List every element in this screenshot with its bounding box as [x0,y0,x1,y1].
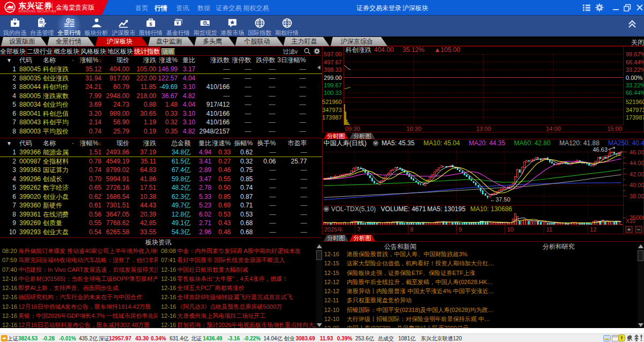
col-5[interactable]: 涨跌 [124,139,156,148]
right-news-scrollbar[interactable] [638,243,644,328]
subtab-3[interactable]: 风格板块 [80,47,107,56]
table-row[interactable]: 7880043科创平均2.1456.901.190.323.10410/166—… [0,118,322,127]
news-item[interactable]: 07:59马斯克回应福特收缩电动汽车战略：没救了，他们非死… [2,256,158,265]
tool-期货现货[interactable]: ¥ 期货现货 [192,16,219,38]
filter-dropdown[interactable]: 过滤v [283,48,298,56]
news-item[interactable]: 12-16零售板块杀出“大牛股”，4天4涨停，燃爆！ [161,274,316,284]
note-button[interactable]: 说明 [162,48,175,55]
main-tab-4[interactable]: 多头鹰 [194,37,235,46]
news-item[interactable]: 12-16中仑新材(301565)：当前全球电工级BOPP薄型膜材产能… [2,274,158,284]
subtab-0[interactable]: 全部板块 [0,47,26,56]
main-tab-1[interactable]: 全景行情 [47,37,94,46]
tool-自选管理[interactable]: 自选管理 [28,16,56,38]
col-1[interactable]: 名称 [43,56,56,65]
fund-box-icon[interactable] [618,334,625,341]
chart-tab-分析图[interactable]: 分析图 [349,235,375,241]
table-row[interactable]: 6880041科创总值3.20989.0030.650.333.10410/16… [0,109,322,118]
col-1[interactable]: 名称 [43,139,56,148]
main-tab-2[interactable]: 沪深板块 [96,37,148,46]
news-item[interactable]: 12-11多只权重股尾盘竞价异动 [324,296,635,305]
nav-2[interactable]: 资讯 [176,4,189,13]
main-tab-6[interactable]: 主力盯盘 [283,37,330,46]
search-icon[interactable] [304,48,311,55]
tool-沪深股市[interactable]: 沪深股市 [110,16,137,38]
col-0[interactable]: 代码 [19,139,32,148]
subtab-1[interactable]: 二级行业 [27,47,53,56]
table-row[interactable]: 9399269创质量0.557768.6242.8549.1亿2.710.430… [0,219,322,228]
nav-3[interactable]: 数据 [197,4,210,13]
tool-国际指数[interactable]: 国际指数 [246,16,273,38]
kline-chart[interactable]: 中国人寿(日线)MA5: 45.35MA10: 45.04MA20: 44.35… [322,139,644,234]
news-item[interactable]: 12-15这家大型险企估值低，机构看好！投资人期待加大分红… [324,259,635,268]
news-item[interactable]: 12-1612月16日芯动联科发布公告，股东减持302.48万股 [2,321,158,328]
settings-gear-icon[interactable] [595,3,604,12]
scroll-thumb[interactable] [316,250,322,260]
market-icon[interactable] [1,335,8,341]
table-row[interactable]: 5399262数字经济0.652726.1617.5148.2亿2.780.50… [0,183,322,192]
table-row[interactable]: 8399361在线消费0.563647.0520.3912.8亿6.020.53… [0,210,322,219]
col-3[interactable]: 涨幅%↓ [69,56,101,65]
news-item[interactable]: 12-12内险股午后全线拉升，截至发稿，中国人寿(02628.HK… [324,278,635,287]
scroll-up-icon[interactable] [638,244,643,248]
news-item[interactable]: 12-10大行评级丨招银国际：对保险业明年前景保持乐观 中… [324,315,635,324]
tool-股转行情[interactable]: $ 股转行情 [137,16,165,38]
news-item[interactable]: 12-16全球五大PC厂商都将涨价 [161,284,316,293]
table-settings-gear-icon[interactable] [313,48,320,55]
col-11[interactable]: 市盈率 [275,139,307,148]
restore-icon[interactable] [623,3,632,12]
news-item[interactable]: 12-16德国研究机构：汽车行业的未来在于与中国合作 [2,293,158,302]
news-item[interactable]: 12-09中国人寿(02628)：总保费超过人民币7000亿元 [324,324,635,328]
table-row[interactable]: 10399293创业大盘0.546265.5833.5554.3亿2.960.4… [0,228,322,237]
news-item[interactable]: 07:41看好中国股市 国际长线资金源源不断流入 [161,256,316,265]
minimize-icon[interactable] [612,3,620,12]
news-item[interactable]: 12-16即梦AI上新，支持声音、画面同步生成 [2,284,158,293]
news-item[interactable]: 12-15保险板块走强，证券保险ETF、保险证券ETF上涨 [324,269,635,278]
tool-我的自选[interactable]: 我的自选 [1,16,28,38]
news-item[interactable]: 07:40中信建投：In Vivo CART发展迅速，后续发展值得关注 [2,265,158,274]
news-item[interactable]: 12-10招银国际：中国平安(02318)及中国人寿(02628)均为政… [324,306,635,315]
news-item[interactable]: 12-16美银：中国2026年GDP增长4.7% 一线城市房价率先回暖 [2,311,158,321]
table-row[interactable]: 5880034创业均价3.6924.730.881.484.04917/412—… [0,100,322,109]
tool-全景行情[interactable]: $ 全景行情 [55,16,83,38]
main-tab-0[interactable]: 设置版面 [1,37,47,46]
table-row[interactable]: 1880045科创涨跌35.12404.00105.00146.993.17——… [0,65,322,74]
col-10[interactable]: 换手% [246,139,276,148]
table-row[interactable]: 3880044科创均价24.2160.7911.85-49.693.10410/… [0,83,322,92]
main-tab-7[interactable]: 沪深京综合 [331,37,387,46]
subtab-2[interactable]: 概念板块 [54,47,80,56]
news-item[interactable]: 08:20海外储能订单爆发 推动逾40家公司上半年境外收入增长 [2,247,158,256]
table-row[interactable]: 8880003平均股价0.7425.790.190.354.822948/215… [0,127,322,136]
col-11[interactable]: 3日涨幅% [268,56,306,65]
subtab-5[interactable]: 统计指数 [134,47,160,56]
news-item[interactable]: 12-12港股异动丨内险股普涨 中国太平涨近4% 中国平安涨近… [324,287,635,296]
table-row[interactable]: 4399296创成长0.705994.9141.8659.8亿3.470.550… [0,175,322,184]
nav-5[interactable]: 期权交易 [243,4,269,13]
news-item[interactable]: 12-1612月16日华侨城A发布公告，股东增持1914.42万股 [2,302,158,311]
news-item[interactable]: 12-16群智咨询：预计2026年电视面板市场增长重点转向大尺… [161,321,316,328]
col-0[interactable]: 代码 [19,56,32,65]
news-item[interactable]: 12-16全球首款6吨级倾转旋翼飞行器完成首次试飞 [161,293,316,302]
news-item[interactable]: 12-16中国赴日航班数量大幅削减 [161,265,316,274]
tool-板块分析[interactable]: 板块分析 [83,16,110,38]
tool-期权行情[interactable]: 期权行情 [273,16,301,38]
chart-tab-分时图[interactable]: 分时图 [324,235,348,241]
table-row[interactable]: 7399360新硬件0.617301.5144.4349.7亿5.230.690… [0,201,322,210]
collapse-toolbar-icon[interactable] [627,18,638,29]
table-row[interactable]: 1399366能源金属1.512493.8637.1934.8亿4.940.33… [0,148,322,157]
news-item[interactable]: 12-16《阿凡达3》点映及预售总票房破5000万 [161,302,316,311]
scroll-down-icon[interactable] [317,323,322,327]
nav-0[interactable]: 首页 [135,4,148,13]
board-link[interactable]: 沪深板块 [402,4,428,13]
panel-collapse-icon[interactable] [317,65,320,70]
subtab-4[interactable]: 地区板块 [107,47,134,56]
main-tab-3[interactable]: 盘中监测 [148,37,194,46]
table-row[interactable]: 6399020创业小盘0.621686.5410.3862.3亿5.330.85… [0,192,322,202]
tool-基金行情[interactable]: ¥ 基金行情 [164,16,192,38]
scroll-thumb[interactable] [638,250,643,261]
nav-4[interactable]: 证券交易 [216,4,241,13]
left-news-scrollbar[interactable] [316,243,323,328]
close-icon[interactable] [635,3,644,12]
nav-1[interactable]: 行情 [155,4,167,13]
table-row[interactable]: 2880035创业涨跌31.94917.00222.00122.574.04——… [0,74,322,83]
intraday-chart[interactable]: 科创涨跌404.0035.12%▲105.00597.0099.67%497.6… [322,46,644,132]
